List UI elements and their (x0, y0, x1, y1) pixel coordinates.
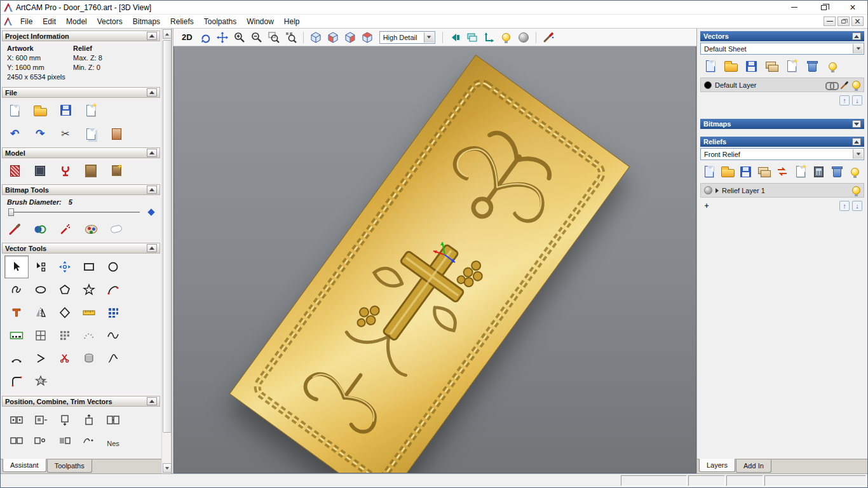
snap-grid-icon[interactable] (101, 301, 125, 324)
mdi-minimize-button[interactable] (824, 17, 836, 26)
minimize-button[interactable] (780, 1, 809, 14)
measure-icon[interactable] (77, 301, 101, 324)
toggle-2d-button[interactable]: 2D (179, 30, 196, 44)
collapse-bitmap-tools-button[interactable] (147, 186, 157, 194)
add-relief-layer-button[interactable]: + (702, 201, 711, 210)
menu-model[interactable]: Model (61, 15, 92, 28)
collapse-vectors-button[interactable] (852, 32, 861, 40)
tab-toolpaths[interactable]: Toolpaths (47, 459, 92, 473)
zoom-fit-icon[interactable] (266, 30, 281, 44)
merge-layers-icon[interactable] (763, 58, 780, 74)
scroll-up-button[interactable] (163, 29, 172, 39)
invert-relief-icon[interactable] (54, 160, 77, 181)
collapse-file-button[interactable] (147, 88, 157, 97)
delete-layer-icon[interactable] (804, 58, 820, 74)
align-bottom-icon[interactable] (77, 409, 101, 431)
assistant-scrollbar[interactable] (161, 29, 172, 473)
view-along-z-icon[interactable] (360, 30, 375, 44)
expand-bitmaps-button[interactable] (852, 120, 861, 128)
colour-palette-icon[interactable] (79, 219, 102, 240)
extrude-icon[interactable] (77, 347, 101, 370)
menu-toolpaths[interactable]: Toolpaths (199, 15, 241, 28)
spray-icon[interactable] (54, 219, 77, 240)
block-array-4-icon[interactable] (77, 431, 101, 454)
previous-view-icon[interactable] (447, 30, 463, 44)
new-relief-layer-icon[interactable] (702, 164, 717, 179)
view-along-y-icon[interactable] (342, 30, 358, 44)
greyscale-view-icon[interactable] (29, 160, 51, 181)
calculate-relief-icon[interactable] (811, 164, 826, 179)
save-relief-icon[interactable] (738, 164, 753, 179)
mdi-close-button[interactable] (851, 17, 864, 26)
edit-colour-icon[interactable] (839, 80, 850, 90)
undo-icon[interactable] (3, 123, 26, 144)
align-center-icon[interactable] (101, 409, 125, 431)
align-left-icon[interactable] (29, 409, 53, 431)
new-model-icon[interactable] (3, 100, 26, 121)
weld-vectors-icon[interactable] (29, 370, 53, 393)
close-button[interactable] (838, 1, 867, 14)
create-circle-icon[interactable] (101, 255, 125, 278)
scroll-down-button[interactable] (163, 463, 172, 473)
transform-vectors-icon[interactable] (53, 255, 77, 278)
viewport-3d[interactable] (173, 46, 696, 473)
merge-reliefs-icon[interactable] (757, 164, 771, 179)
node-editing-icon[interactable] (29, 255, 53, 278)
eraser-icon[interactable] (105, 219, 128, 240)
tab-addin[interactable]: Add In (736, 459, 771, 473)
create-polygon-icon[interactable] (53, 278, 77, 301)
transfer-relief-icon[interactable] (775, 164, 790, 179)
relief-dropdown[interactable]: Front Relief (700, 148, 864, 160)
menu-vectors[interactable]: Vectors (92, 15, 128, 28)
brush-diameter-slider[interactable] (8, 207, 154, 217)
detail-dropdown-arrow[interactable] (424, 32, 434, 43)
open-layer-icon[interactable] (722, 58, 739, 74)
scrollbar-thumb[interactable] (163, 40, 172, 433)
fit-points-icon[interactable] (77, 324, 101, 347)
relief-move-up-button[interactable] (839, 201, 850, 211)
new-relief-sheet-icon[interactable] (793, 164, 808, 179)
collapse-reliefs-button[interactable] (852, 138, 861, 146)
flood-fill-icon[interactable] (29, 219, 51, 240)
new-vector-layer-icon[interactable] (702, 58, 719, 74)
center-in-page-icon[interactable] (4, 409, 29, 431)
sheet-dropdown-arrow[interactable] (853, 44, 863, 53)
new-sheet-icon[interactable] (783, 58, 800, 74)
paste-along-curve-icon[interactable] (29, 324, 53, 347)
block-array-3-icon[interactable] (53, 431, 77, 454)
relief-move-down-button[interactable] (852, 201, 862, 211)
tab-assistant[interactable]: Assistant (3, 459, 46, 472)
trim-vectors-icon[interactable] (53, 347, 77, 370)
import-export-icon[interactable] (79, 100, 102, 121)
load-image-icon[interactable] (79, 160, 102, 181)
create-text-icon[interactable] (4, 301, 29, 324)
sculpt-brush-icon[interactable] (541, 30, 556, 44)
draw-stack-icon[interactable] (465, 30, 480, 44)
set-model-size-icon[interactable] (3, 160, 26, 181)
menu-reliefs[interactable]: Reliefs (165, 15, 199, 28)
menu-bitmaps[interactable]: Bitmaps (128, 15, 165, 28)
visibility-bulb-icon[interactable] (852, 81, 860, 89)
text-on-curve-icon[interactable] (4, 324, 29, 347)
zoom-objects-icon[interactable] (283, 30, 299, 44)
menu-window[interactable]: Window (241, 15, 279, 28)
toggle-all-visibility-icon[interactable] (824, 58, 841, 74)
expand-relief-layer-icon[interactable] (715, 188, 719, 193)
view-along-x-icon[interactable] (325, 30, 341, 44)
slider-handle[interactable] (8, 208, 14, 216)
sheet-dropdown[interactable]: Default Sheet (700, 43, 864, 55)
relief-layer-visibility-icon[interactable] (852, 186, 860, 194)
relief-dropdown-arrow[interactable] (853, 149, 863, 159)
detail-dropdown[interactable]: High Detail (379, 31, 435, 44)
zoom-in-icon[interactable] (232, 30, 247, 44)
select-vectors-icon[interactable] (4, 255, 29, 278)
create-polyline-icon[interactable] (4, 278, 29, 301)
menu-file[interactable]: File (15, 15, 37, 28)
isometric-view-icon[interactable] (308, 30, 323, 44)
collapse-vector-tools-button[interactable] (147, 244, 157, 252)
cut-icon[interactable] (54, 123, 77, 144)
redo-icon[interactable] (29, 123, 51, 144)
open-relief-icon[interactable] (721, 164, 735, 179)
delete-relief-icon[interactable] (830, 164, 844, 179)
profile-icon[interactable] (101, 347, 125, 370)
